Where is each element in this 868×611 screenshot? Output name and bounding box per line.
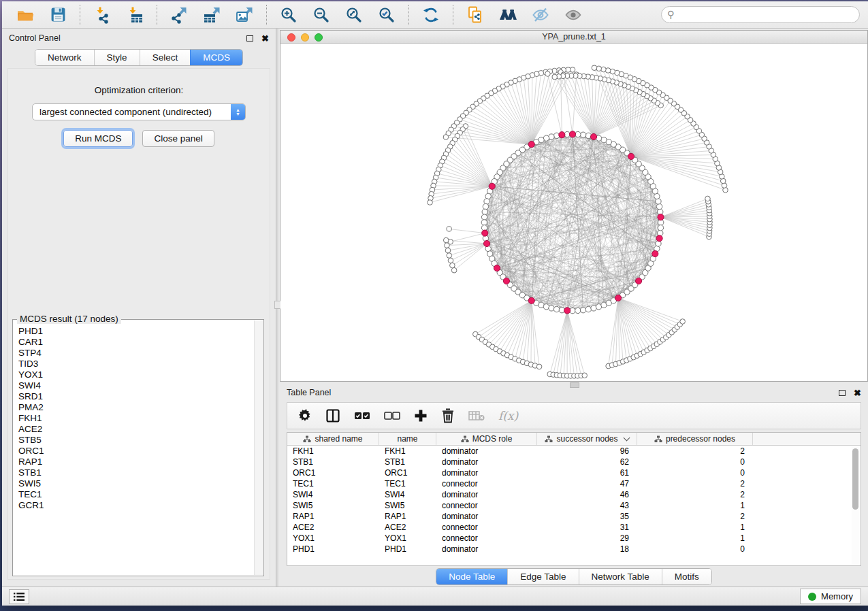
shared-name-cell[interactable]: TEC1 (287, 479, 379, 489)
name-cell[interactable]: SWI4 (379, 490, 436, 499)
mcds-result-item[interactable]: TID3 (18, 359, 254, 369)
successor-nodes-cell[interactable]: 96 (537, 446, 637, 456)
mcds-role-cell[interactable]: connector (436, 479, 537, 489)
mcds-role-cell[interactable]: connector (436, 523, 537, 532)
table-row[interactable]: RAP1RAP1dominator352 (287, 511, 861, 522)
predecessor-nodes-cell[interactable]: 0 (637, 457, 753, 467)
name-cell[interactable]: STB1 (379, 457, 436, 467)
run-mcds-button[interactable]: Run MCDS (63, 130, 133, 147)
select-all-button[interactable] (354, 406, 370, 425)
mcds-result-item[interactable]: SRD1 (18, 391, 254, 402)
close-panel-icon[interactable]: ✖ (261, 34, 269, 43)
column-header-successor-nodes[interactable]: successor nodes (537, 433, 637, 445)
shared-name-cell[interactable]: STB1 (287, 457, 379, 467)
mcds-result-item[interactable]: YOX1 (18, 369, 254, 380)
deselect-all-button[interactable] (384, 406, 400, 425)
column-header-name[interactable]: name (379, 433, 436, 445)
table-scrollbar-thumb[interactable] (852, 448, 858, 510)
close-panel-icon[interactable]: ✖ (854, 389, 861, 397)
hide-selected-button[interactable] (531, 5, 550, 24)
table-row[interactable]: SWI4SWI4dominator462 (287, 489, 861, 500)
table-row[interactable]: FKH1FKH1dominator962 (287, 446, 861, 457)
table-row[interactable]: ORC1ORC1dominator610 (287, 467, 861, 478)
mcds-role-cell[interactable]: dominator (436, 490, 537, 499)
predecessor-nodes-cell[interactable]: 1 (637, 523, 753, 532)
mcds-result-item[interactable]: TEC1 (18, 489, 254, 500)
close-panel-button[interactable]: Close panel (142, 130, 214, 147)
export-table-button[interactable] (202, 5, 221, 24)
shared-name-cell[interactable]: SWI5 (287, 501, 379, 510)
import-table-button[interactable] (125, 5, 144, 24)
successor-nodes-cell[interactable]: 47 (537, 479, 637, 489)
name-cell[interactable]: YOX1 (379, 533, 436, 543)
mcds-role-cell[interactable]: dominator (436, 544, 537, 554)
first-neighbors-button[interactable] (498, 5, 517, 24)
mcds-result-item[interactable]: SWI5 (18, 478, 254, 489)
mcds-result-item[interactable]: CAR1 (18, 337, 254, 348)
predecessor-nodes-cell[interactable]: 2 (637, 512, 753, 521)
mcds-result-item[interactable]: PHD1 (18, 326, 254, 337)
criterion-select[interactable]: largest connected component (undirected)… (32, 103, 246, 120)
mcds-role-cell[interactable]: connector (436, 533, 537, 543)
shared-name-cell[interactable]: FKH1 (287, 446, 379, 456)
mcds-role-cell[interactable]: dominator (436, 468, 537, 478)
mcds-result-item[interactable]: PMA2 (18, 402, 254, 413)
name-cell[interactable]: PHD1 (379, 544, 436, 554)
predecessor-nodes-cell[interactable]: 1 (637, 533, 753, 543)
successor-nodes-cell[interactable]: 46 (537, 490, 637, 499)
name-cell[interactable]: FKH1 (379, 446, 436, 456)
predecessor-nodes-cell[interactable]: 0 (637, 468, 753, 478)
mcds-result-item[interactable]: STB5 (18, 435, 254, 446)
successor-nodes-cell[interactable]: 29 (537, 533, 637, 543)
tab-node-table[interactable]: Node Table (436, 569, 507, 584)
table-row[interactable]: SWI5SWI5connector431 (287, 500, 861, 511)
close-window-icon[interactable] (287, 33, 295, 42)
tab-style[interactable]: Style (94, 50, 140, 65)
column-header-predecessor-nodes[interactable]: predecessor nodes (637, 433, 753, 445)
save-session-button[interactable] (48, 5, 67, 24)
name-cell[interactable]: ORC1 (379, 468, 436, 478)
mcds-result-item[interactable]: GCR1 (18, 500, 254, 511)
mcds-result-item[interactable]: ORC1 (18, 446, 254, 457)
zoom-selected-button[interactable] (377, 5, 396, 24)
successor-nodes-cell[interactable]: 18 (537, 544, 637, 554)
name-cell[interactable]: TEC1 (379, 479, 436, 489)
memory-button[interactable]: Memory (800, 589, 861, 604)
successor-nodes-cell[interactable]: 62 (537, 457, 637, 467)
table-row[interactable]: ACE2ACE2connector311 (287, 522, 861, 533)
shared-name-cell[interactable]: YOX1 (287, 533, 379, 543)
name-cell[interactable]: ACE2 (379, 523, 436, 532)
successor-nodes-cell[interactable]: 61 (537, 468, 637, 478)
tab-network[interactable]: Network (35, 50, 94, 65)
predecessor-nodes-cell[interactable]: 0 (637, 544, 753, 554)
predecessor-nodes-cell[interactable]: 2 (637, 479, 753, 489)
add-column-button[interactable] (414, 406, 428, 425)
export-network-button[interactable] (170, 5, 189, 24)
maximize-window-icon[interactable] (315, 33, 323, 42)
search-input[interactable] (661, 6, 860, 23)
table-settings-button[interactable] (298, 406, 312, 425)
mcds-result-item[interactable]: STP4 (18, 348, 254, 359)
refresh-layout-button[interactable] (421, 5, 440, 24)
mcds-role-cell[interactable]: connector (436, 501, 537, 510)
import-network-button[interactable] (93, 5, 112, 24)
network-graph[interactable] (280, 44, 867, 381)
zoom-out-button[interactable] (312, 5, 331, 24)
successor-nodes-cell[interactable]: 43 (537, 501, 637, 510)
export-image-button[interactable] (235, 5, 254, 24)
shared-name-cell[interactable]: RAP1 (287, 512, 379, 521)
mcds-role-cell[interactable]: dominator (436, 457, 537, 467)
mcds-role-cell[interactable]: dominator (436, 512, 537, 521)
mcds-role-cell[interactable]: dominator (436, 446, 537, 456)
mcds-result-item[interactable]: FKH1 (18, 413, 254, 424)
predecessor-nodes-cell[interactable]: 1 (637, 501, 753, 510)
table-row[interactable]: YOX1YOX1connector291 (287, 533, 861, 544)
mcds-result-item[interactable]: STB1 (18, 467, 254, 478)
tab-mcds[interactable]: MCDS (190, 50, 242, 65)
column-header-mcds-role[interactable]: MCDS role (436, 433, 537, 445)
shared-name-cell[interactable]: ORC1 (287, 468, 379, 478)
shared-name-cell[interactable]: PHD1 (287, 544, 379, 554)
shared-name-cell[interactable]: ACE2 (287, 523, 379, 532)
name-cell[interactable]: SWI5 (379, 501, 436, 510)
successor-nodes-cell[interactable]: 31 (537, 523, 637, 532)
